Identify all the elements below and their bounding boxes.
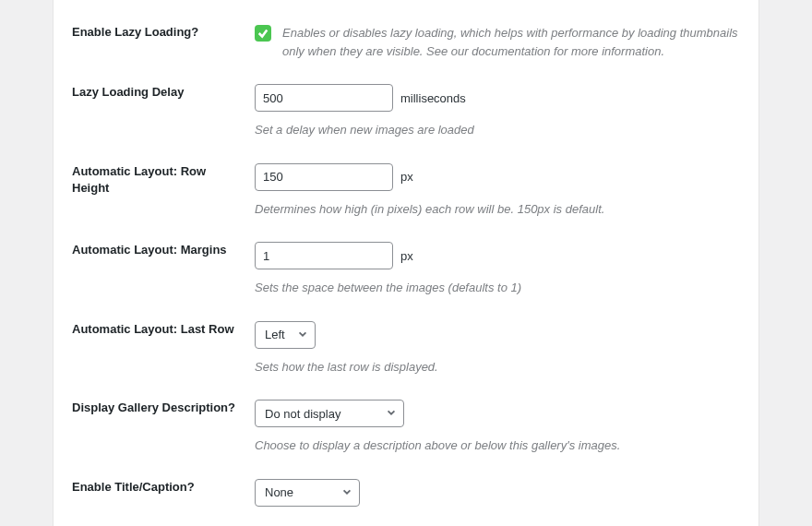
gallery-description-desc: Choose to display a description above or… xyxy=(255,436,740,455)
row-row-height: Automatic Layout: Row Height px Determin… xyxy=(54,139,758,219)
settings-panel: Enable Lazy Loading? Enables or disables… xyxy=(53,0,759,526)
lazy-loading-checkbox[interactable] xyxy=(255,25,271,42)
label-gallery-description: Display Gallery Description? xyxy=(72,400,255,416)
label-lazy-loading: Enable Lazy Loading? xyxy=(72,24,255,41)
row-height-unit: px xyxy=(400,170,413,184)
row-lazy-delay: Lazy Loading Delay milliseconds Set a de… xyxy=(54,60,758,139)
label-last-row: Automatic Layout: Last Row xyxy=(72,321,255,338)
margins-description: Sets the space between the images (defau… xyxy=(255,279,740,297)
row-gallery-description: Display Gallery Description? Do not disp… xyxy=(54,376,758,455)
title-caption-select[interactable]: None xyxy=(255,479,360,507)
margins-input[interactable] xyxy=(255,242,393,269)
row-height-input[interactable] xyxy=(255,163,393,191)
row-title-caption: Enable Title/Caption? None xyxy=(54,455,758,507)
lazy-delay-description: Set a delay when new images are loaded xyxy=(255,121,740,139)
row-last-row: Automatic Layout: Last Row Left Sets how… xyxy=(54,297,758,377)
label-margins: Automatic Layout: Margins xyxy=(72,242,255,258)
lazy-delay-input[interactable] xyxy=(255,84,393,112)
label-lazy-delay: Lazy Loading Delay xyxy=(72,84,255,101)
checkmark-icon xyxy=(257,28,269,39)
row-lazy-loading: Enable Lazy Loading? Enables or disables… xyxy=(54,0,758,60)
last-row-select[interactable]: Left xyxy=(255,321,316,349)
margins-unit: px xyxy=(400,249,413,263)
gallery-description-select[interactable]: Do not display xyxy=(255,400,404,427)
row-margins: Automatic Layout: Margins px Sets the sp… xyxy=(54,218,758,297)
row-height-description: Determines how high (in pixels) each row… xyxy=(255,200,740,219)
lazy-loading-description: Enables or disables lazy loading, which … xyxy=(282,24,740,60)
lazy-delay-unit: milliseconds xyxy=(400,91,466,105)
label-title-caption: Enable Title/Caption? xyxy=(72,479,255,496)
label-row-height: Automatic Layout: Row Height xyxy=(72,163,255,197)
last-row-description: Sets how the last row is displayed. xyxy=(255,358,740,377)
